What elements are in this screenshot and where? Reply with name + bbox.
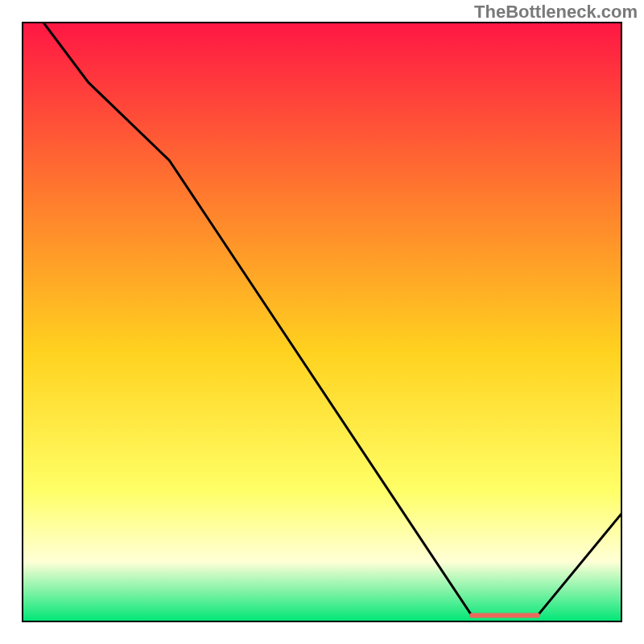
bottleneck-chart (0, 0, 644, 644)
watermark-text: TheBottleneck.com (474, 2, 638, 23)
chart-container: TheBottleneck.com (0, 0, 644, 644)
plot-background (23, 23, 621, 621)
